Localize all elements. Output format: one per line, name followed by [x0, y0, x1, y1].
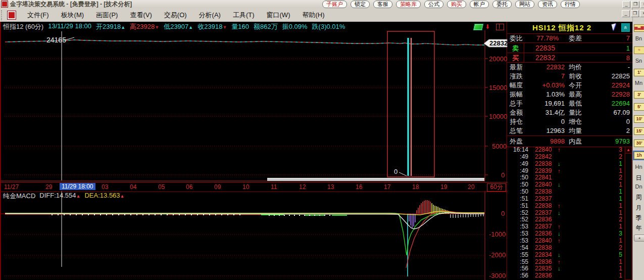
macd-title: 纯金MACD: [3, 192, 35, 200]
sidebar-scroll-thumb[interactable]: ◂: [634, 235, 644, 242]
menu-tools[interactable]: 工具(T): [227, 11, 261, 20]
entrust-button[interactable]: 委托: [492, 1, 512, 8]
x-label: 12: [299, 183, 306, 191]
menu-screen[interactable]: 画面(P): [90, 11, 124, 20]
lock-button[interactable]: 锁定: [351, 1, 370, 8]
window-controls: _ ❐ ×: [622, 1, 644, 8]
period-30min-button[interactable]: 30': [634, 139, 644, 147]
macd-header: 纯金MACD DIFF:14.554▲ DEA:13.563▲: [3, 192, 125, 200]
period-1min-button[interactable]: 1': [634, 69, 644, 76]
macd-tick-3000: -3000: [489, 272, 506, 279]
x-label: 20: [468, 183, 474, 191]
period-year-button[interactable]: 年: [634, 224, 643, 232]
macd-tick-1000: -1000: [489, 230, 506, 238]
bar-chart-icon[interactable]: ▅▃▆: [634, 24, 644, 32]
restore-button[interactable]: ❐: [631, 1, 639, 8]
stat-row: 涨跌7前收22825: [507, 72, 632, 81]
ask-row[interactable]: 卖 22835 1: [507, 43, 632, 53]
period-mn-label[interactable]: Mn: [634, 80, 643, 86]
green-chip-icon[interactable]: [473, 24, 484, 30]
menu-help[interactable]: 帮助(H): [296, 11, 330, 20]
x-label: 06: [186, 183, 192, 191]
minimize-button[interactable]: _: [622, 1, 630, 8]
child-window-controls: _ ❐ ×: [622, 10, 644, 17]
account-button[interactable]: 帐户: [470, 1, 489, 8]
period-15min-button[interactable]: 15': [634, 127, 644, 135]
menu-window[interactable]: 窗口(W): [261, 11, 296, 20]
tick-list-scrollbar[interactable]: ▲: [625, 147, 632, 280]
period-1hour-button[interactable]: 1h: [634, 152, 644, 159]
close-value: 收23918▼: [197, 22, 227, 30]
app-window: 金字塔决策交易系统 - [免费登录] - [技术分析] 子账户 锁定 客服 策略…: [0, 0, 644, 280]
collapse-panel-icon[interactable]: «: [621, 23, 630, 32]
child-close-button[interactable]: ×: [640, 10, 644, 17]
bid-row[interactable]: 买 22832 8: [507, 53, 632, 63]
period-hn-label[interactable]: Hn: [634, 164, 643, 170]
close-button[interactable]: ×: [640, 1, 644, 8]
period-dn-label[interactable]: Dn: [634, 183, 643, 190]
formula-button[interactable]: 公式: [424, 1, 443, 8]
menu-view[interactable]: 查看(V): [124, 11, 158, 20]
weicha-label: 委差: [569, 33, 582, 43]
x-label: 29: [45, 183, 52, 191]
pyramid-logo-icon[interactable]: [7, 11, 16, 20]
menu-blocks[interactable]: 板块(M): [55, 11, 90, 20]
ask-price: 22835: [535, 43, 555, 53]
download-arrow-icon[interactable]: ⬇: [485, 24, 490, 30]
weibi-label: 委比: [510, 33, 523, 43]
outer-label: 外盘: [510, 136, 523, 147]
y-tick-5000: 5000: [492, 143, 507, 150]
chart-header: 恒指12 (60分) 13/11/29 18:00 开23918▲ 高23928…: [3, 22, 345, 30]
x-label: 04: [130, 183, 136, 191]
toolbar-grip[interactable]: [1, 10, 4, 20]
period-3min-button[interactable]: 3': [634, 91, 644, 99]
news-button[interactable]: 资讯: [538, 1, 557, 8]
stat-row: 总手19,691最低22694: [507, 99, 632, 108]
x-label: 11: [271, 183, 277, 191]
buy-button[interactable]: 购买: [447, 1, 466, 8]
child-restore-button[interactable]: ❐: [631, 10, 639, 17]
tick-list[interactable]: 16:1422840↑3 :49228422 :4922838↓1 :49228…: [507, 147, 624, 279]
period-day-button[interactable]: 日: [634, 174, 643, 182]
child-minimize-button[interactable]: _: [622, 10, 630, 17]
period-quarter-button[interactable]: 季: [634, 214, 643, 222]
tick-chart-icon[interactable]: ≈: [634, 46, 644, 54]
macd-dea-value: DEA:13.563▲: [84, 192, 124, 200]
period-bn-label[interactable]: Bn: [634, 35, 643, 41]
tick-row: :49228422: [507, 154, 624, 161]
period-10min-button[interactable]: 10': [634, 115, 644, 123]
stat-row: 振幅1.03%最高22928: [507, 90, 632, 99]
menu-file[interactable]: 文件(F): [21, 11, 55, 20]
split-window-icon[interactable]: [496, 24, 504, 30]
sub-account-button[interactable]: 子账户: [322, 1, 347, 8]
tick-row: :51228371: [507, 196, 624, 203]
tick-row: :50228381: [507, 189, 624, 196]
tick-row: :5322837↑1: [507, 223, 624, 230]
macd-diff-value: DIFF:14.554▲: [39, 192, 80, 200]
quotes-button[interactable]: 行情: [561, 1, 580, 8]
period-5min-button[interactable]: 5': [634, 103, 644, 111]
weibi-value: 77.78%: [536, 33, 559, 43]
x-label: 16: [356, 183, 362, 191]
macd-chart[interactable]: 0 -1000 -2000 -3000: [1, 191, 508, 280]
period-sn-label[interactable]: Sn: [634, 58, 643, 64]
cursor-tool-icon[interactable]: [611, 23, 617, 31]
period-month-button[interactable]: 月: [634, 204, 643, 212]
outer-value: 9898: [528, 136, 565, 147]
tick-row: :5522836↑1: [507, 259, 624, 266]
stat-row: 金额31.4亿量比67.09: [507, 108, 632, 117]
price-chart[interactable]: 20000 15000 10000 5000 0 24165 0: [1, 30, 508, 182]
strategy-store-button[interactable]: 策略库: [396, 1, 421, 8]
bar-datetime-label: 13/11/29 18:00: [48, 22, 91, 30]
period-60min-button[interactable]: 60分: [487, 183, 506, 192]
horizontal-scrollbar[interactable]: [267, 178, 484, 181]
menu-analysis[interactable]: 分析(A): [193, 11, 227, 20]
support-button[interactable]: 客服: [373, 1, 392, 8]
menu-bar: 文件(F) 板块(M) 画面(P) 查看(V) 交易(O) 分析(A) 工具(T…: [0, 8, 644, 23]
menu-trade[interactable]: 交易(O): [158, 11, 193, 20]
chart-panel: 恒指12 (60分) 13/11/29 18:00 开23918▲ 高23928…: [0, 22, 507, 280]
website-button[interactable]: 网站: [515, 1, 534, 8]
scroll-up-arrow-icon[interactable]: ▲: [625, 147, 631, 154]
weibi-row: 委比 77.78% 委差 7: [507, 33, 632, 43]
period-week-button[interactable]: 周: [634, 193, 643, 202]
